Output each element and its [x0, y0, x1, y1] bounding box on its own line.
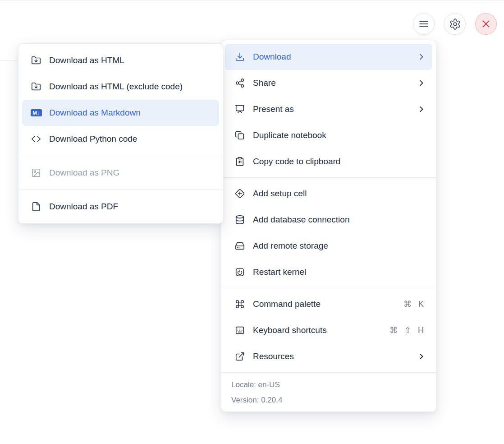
menu-item-label: Add remote storage: [253, 241, 426, 251]
keyboard-shortcut-hint: ⌘ ⇧ H: [389, 325, 426, 335]
version-text: Version: 0.20.4: [231, 394, 426, 406]
hard-drive-icon: [234, 241, 246, 251]
cell-border-fragment: [0, 60, 17, 60]
menu-item-command-palette[interactable]: Command palette⌘ K: [225, 291, 432, 317]
menu-item-label: Download as Markdown: [49, 108, 213, 118]
settings-button[interactable]: [444, 13, 466, 35]
menu-item-restart-kernel[interactable]: Restart kernel: [225, 259, 432, 285]
menu-item-label: Download as HTML: [49, 56, 213, 65]
menu-item-label: Duplicate notebook: [253, 130, 426, 140]
gear-icon: [449, 18, 461, 30]
menu-divider: [221, 288, 436, 288]
menu-divider: [18, 156, 223, 156]
chevron-right-icon: [417, 79, 426, 88]
folder-download-icon: [30, 82, 42, 92]
menu-item-download-python-code[interactable]: Download Python code: [22, 126, 219, 152]
menu-item-download-as-pdf[interactable]: Download as PDF: [22, 194, 219, 220]
close-icon: [480, 18, 492, 30]
menu-item-download-as-html[interactable]: Download as HTML: [22, 47, 219, 74]
menu-item-label: Download as PNG: [49, 168, 213, 178]
menu-item-label: Resources: [253, 352, 412, 361]
menu-item-label: Add setup cell: [253, 189, 426, 199]
menu-item-label: Download as PDF: [49, 202, 213, 212]
diamond-plus-icon: [234, 189, 246, 199]
menu-item-label: Restart kernel: [253, 267, 426, 277]
download-icon: [234, 52, 246, 62]
menu-item-label: Add database connection: [253, 215, 426, 225]
menu-item-copy-code-to-clipboard[interactable]: Copy code to clipboard: [225, 148, 432, 175]
menu-item-label: Share: [253, 78, 412, 88]
menu-item-label: Copy code to clipboard: [253, 157, 426, 166]
shutdown-button[interactable]: [475, 13, 497, 35]
notebook-menu: DownloadSharePresent asDuplicate noteboo…: [221, 40, 436, 412]
keyboard-icon: [234, 325, 246, 335]
chevron-right-icon: [417, 52, 426, 61]
keyboard-shortcut-hint: ⌘ K: [403, 299, 426, 309]
command-icon: [234, 299, 246, 309]
chevron-right-icon: [417, 352, 426, 361]
hamburger-icon: [418, 18, 430, 30]
menu-item-download[interactable]: Download: [225, 44, 432, 70]
menu-item-label: Download as HTML (exclude code): [49, 82, 213, 92]
menu-item-present-as[interactable]: Present as: [225, 96, 432, 122]
folder-download-icon: [30, 56, 42, 65]
toolbar: [413, 13, 497, 35]
image-icon: [30, 168, 42, 178]
locale-text: Locale: en-US: [231, 379, 426, 391]
menu-item-add-remote-storage[interactable]: Add remote storage: [225, 233, 432, 259]
copy-icon: [234, 130, 246, 140]
menu-item-label: Download: [253, 52, 412, 62]
menu-item-add-database-connection[interactable]: Add database connection: [225, 207, 432, 233]
menu-divider: [18, 190, 223, 190]
menu-divider: [221, 372, 436, 373]
download-submenu: Download as HTMLDownload as HTML (exclud…: [18, 43, 223, 224]
menu-item-download-as-png: Download as PNG: [22, 160, 219, 186]
presentation-icon: [234, 104, 246, 114]
menu-item-download-as-html-exclude-code[interactable]: Download as HTML (exclude code): [22, 74, 219, 100]
menu-item-share[interactable]: Share: [225, 70, 432, 96]
notebook-menu-button[interactable]: [413, 13, 435, 35]
menu-item-label: Command palette: [253, 299, 398, 309]
database-icon: [234, 215, 246, 225]
menu-item-download-as-markdown[interactable]: M↓Download as Markdown: [22, 100, 219, 126]
code-icon: [30, 134, 42, 144]
menu-item-label: Present as: [253, 104, 412, 114]
menu-item-duplicate-notebook[interactable]: Duplicate notebook: [225, 122, 432, 148]
menu-item-add-setup-cell[interactable]: Add setup cell: [225, 180, 432, 207]
share-icon: [234, 78, 246, 88]
markdown-icon: M↓: [30, 109, 42, 116]
menu-item-label: Download Python code: [49, 134, 213, 144]
file-icon: [30, 202, 42, 212]
power-icon: [234, 267, 246, 277]
menu-divider: [221, 177, 436, 178]
menu-item-keyboard-shortcuts[interactable]: Keyboard shortcuts⌘ ⇧ H: [225, 317, 432, 343]
external-link-icon: [234, 352, 246, 361]
menu-footer: Locale: en-US Version: 0.20.4: [221, 375, 436, 408]
clipboard-copy-icon: [234, 157, 246, 166]
menu-item-label: Keyboard shortcuts: [253, 325, 384, 335]
page-top-border: [0, 0, 504, 0]
chevron-right-icon: [417, 105, 426, 114]
menu-item-resources[interactable]: Resources: [225, 343, 432, 370]
